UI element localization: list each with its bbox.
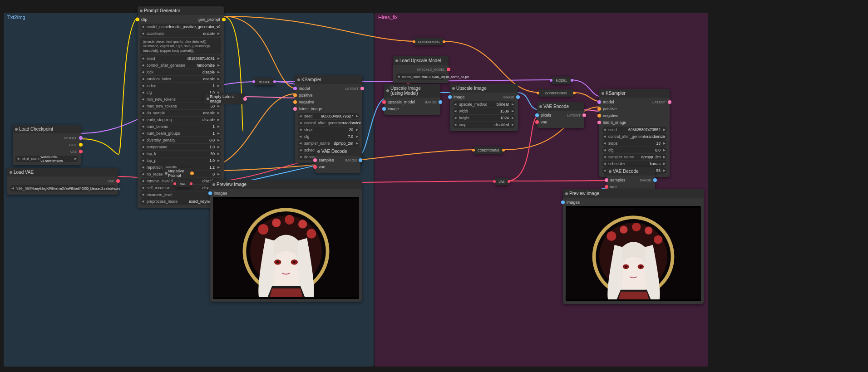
widget-pg-random_index[interactable]: ◀random_indexenable▶ [140, 76, 221, 82]
slot-images-in[interactable]: images [213, 190, 359, 196]
reroute-vae[interactable]: VAE [175, 180, 191, 187]
widget-pg-top_p[interactable]: ◀top_p1.0▶ [140, 157, 221, 164]
widget-ui-width[interactable]: ◀width1536▶ [453, 108, 515, 114]
slot-samples-in[interactable]: samples [318, 157, 335, 163]
node-vae-encode[interactable]: VAE Encode pixels LATENT vae [537, 102, 584, 128]
widget-pg-num_beam_groups[interactable]: ◀num_beam_groups1▶ [140, 130, 221, 137]
slot-vae-out[interactable]: VAE [10, 178, 115, 184]
slot-vae-in[interactable]: vae [540, 119, 582, 125]
widget-pg-accelerate[interactable]: ◀accelerateenable▶ [140, 30, 221, 37]
slot-latent-out[interactable]: LATENT [566, 112, 582, 118]
widget-ks2-cfg[interactable]: ◀cfg8.0▶ [602, 147, 667, 153]
slot-image-in[interactable]: image [387, 106, 438, 112]
widget-ui-upscale_method[interactable]: ◀upscale_methodbilinear▶ [453, 101, 515, 108]
widget-pg-seed[interactable]: ◀seed4919988714081▶ [140, 55, 221, 62]
slot-negative-in[interactable]: negative [602, 113, 667, 119]
collapse-icon[interactable] [15, 128, 18, 131]
widget-pg-lock[interactable]: ◀lockdisable▶ [140, 69, 221, 75]
collapse-icon[interactable] [212, 183, 215, 186]
node-header[interactable]: Upscale Image [450, 84, 518, 93]
widget-pg-num_beams[interactable]: ◀num_beams1▶ [140, 123, 221, 130]
slot-image-out[interactable]: IMAGE [502, 94, 515, 100]
collapse-icon[interactable] [317, 150, 320, 153]
slot-image-out[interactable]: IMAGE [344, 157, 358, 163]
node-header[interactable]: VAE Decode [607, 167, 655, 176]
node-header[interactable]: Upscale Image (using Model) [384, 84, 440, 98]
slot-model-out[interactable]: MODEL [15, 135, 78, 141]
widget-ks2-seed[interactable]: ◀seed606625807473552▶ [602, 127, 667, 133]
collapse-icon[interactable] [602, 92, 604, 95]
node-header[interactable]: Preview Image [563, 189, 704, 198]
slot-clip-in[interactable]: clip [140, 16, 148, 23]
slot-model-in[interactable]: model [602, 99, 615, 105]
slot-negative-in[interactable]: negative [298, 99, 360, 105]
slot-image-in[interactable]: image [453, 94, 466, 100]
reroute-conditioning-neg[interactable]: CONDITIONING [474, 147, 503, 154]
slot-positive-in[interactable]: positive [298, 92, 360, 98]
widget-pg-early_stopping[interactable]: ◀early_stoppingdisable▶ [140, 117, 221, 123]
collapse-icon[interactable] [10, 171, 12, 174]
slot-upscale-model-in[interactable]: upscale_model [387, 99, 416, 105]
widget-ui-crop[interactable]: ◀cropdisabled▶ [453, 122, 515, 128]
widget-model-name[interactable]: ◀ model_name RealESRGAN_x4plus_anime_6B.… [396, 73, 446, 80]
widget-ui-height[interactable]: ◀height1024▶ [453, 115, 515, 121]
reroute-model[interactable]: MODEL [254, 78, 274, 85]
widget-pg-top_k[interactable]: ◀top_k50▶ [140, 151, 221, 157]
widget-ks1-steps[interactable]: ◀steps20▶ [298, 127, 360, 133]
node-ksampler-2[interactable]: KSampler model LATENT positive negative … [599, 89, 670, 177]
slot-latent-in[interactable]: latent_image [602, 119, 667, 126]
widget-prompt-text[interactable]: ((masterpiece, best quality, ultra detai… [140, 38, 221, 54]
slot-gen-prompt-out[interactable]: gen_prompt [197, 16, 221, 23]
slot-image-out[interactable]: IMAGE [639, 177, 652, 183]
slot-images-in[interactable]: images [566, 199, 701, 206]
node-load-upscale-model[interactable]: Load Upscale Model UPSCALE_MODEL ◀ model… [393, 56, 449, 83]
node-preview-2[interactable]: Preview Image images [563, 189, 704, 304]
widget-pg-model_name[interactable]: ◀model_namefemale_positive_generator_v2▶ [140, 24, 221, 30]
slot-model-in[interactable]: model [298, 85, 311, 92]
widget-pg-diversity_penalty[interactable]: ◀diversity_penalty0.0▶ [140, 137, 221, 143]
widget-ks1-control_after_generate[interactable]: ◀control_after_generaterandomize▶ [298, 120, 360, 126]
collapse-icon[interactable] [452, 87, 455, 90]
node-upscale-with-model[interactable]: Upscale Image (using Model) upscale_mode… [384, 84, 440, 115]
reroute-vae-2[interactable]: VAE [495, 178, 508, 185]
node-header[interactable]: Load VAE [7, 168, 118, 176]
widget-ks1-sampler_name[interactable]: ◀sampler_namedpmpp_2m▶ [298, 140, 360, 147]
widget-pg-index[interactable]: ◀index1▶ [140, 83, 221, 89]
node-load-vae[interactable]: Load VAE VAE ◀ vae_name anythingKlF8Anim… [7, 168, 118, 195]
widget-pg-do_sample[interactable]: ◀do_sampleenable▶ [140, 110, 221, 116]
node-header[interactable]: Load Checkpoint [13, 125, 81, 133]
slot-pixels-in[interactable]: pixels [540, 112, 552, 118]
slot-upscale-model-out[interactable]: UPSCALE_MODEL [396, 66, 446, 73]
node-header[interactable]: KSampler [599, 89, 670, 98]
collapse-icon[interactable] [165, 172, 168, 175]
slot-latent-out[interactable]: LATENT [651, 99, 667, 105]
reroute-model-2[interactable]: MODEL [552, 77, 572, 84]
widget-ks2-sampler_name[interactable]: ◀sampler_namedpmpp_2m▶ [602, 154, 667, 160]
slot-vae-out[interactable]: VAE [15, 148, 78, 155]
slot-positive-in[interactable]: positive [602, 106, 667, 112]
widget-ckpt-name[interactable]: ◀ ckpt_name wololo-mix-v4.safetensors ▶ [15, 156, 78, 162]
slot-latent-in[interactable]: latent_image [298, 106, 360, 112]
slot-latent-out[interactable]: LATENT [344, 85, 360, 92]
slot-image-out[interactable]: IMAGE [424, 99, 438, 105]
node-header[interactable]: Preview Image [210, 180, 362, 189]
node-header[interactable]: VAE Decode [315, 147, 360, 156]
collapse-icon[interactable] [395, 59, 398, 62]
node-header[interactable]: Load Upscale Model [393, 56, 449, 65]
widget-ks1-seed[interactable]: ◀seed665050498079627▶ [298, 113, 360, 119]
node-vae-decode-1[interactable]: VAE Decode samples IMAGE vae [315, 147, 360, 173]
reroute-conditioning-pos[interactable]: CONDITIONING [414, 38, 444, 45]
widget-ks2-steps[interactable]: ◀steps13▶ [602, 140, 667, 147]
collapse-icon[interactable] [609, 170, 612, 173]
widget-pg-preprocess_mode[interactable]: ◀preprocess_modeexact_keyword▶ [140, 198, 221, 205]
widget-ks1-cfg[interactable]: ◀cfg7.0▶ [298, 133, 360, 140]
widget-pg-temperature[interactable]: ◀temperature1.0▶ [140, 144, 221, 150]
collapse-icon[interactable] [386, 89, 389, 92]
node-upscale-image[interactable]: Upscale Image image IMAGE ◀upscale_metho… [450, 84, 518, 131]
widget-ks2-scheduler[interactable]: ◀schedulerkarras▶ [602, 161, 667, 167]
node-negative-prompt[interactable]: Negative Prompt [163, 168, 192, 176]
node-header[interactable]: Prompt Generator [138, 6, 224, 15]
collapse-icon[interactable] [565, 192, 568, 195]
collapse-icon[interactable] [297, 78, 300, 81]
collapse-icon[interactable] [140, 10, 143, 12]
